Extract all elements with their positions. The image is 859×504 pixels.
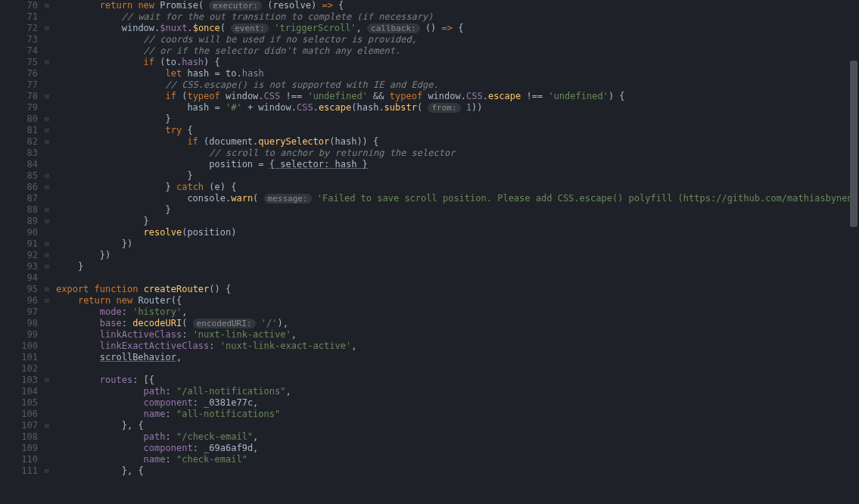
fold-marker[interactable]: ⊟ — [41, 57, 53, 68]
token-kw: catch — [176, 182, 204, 192]
vertical-scrollbar[interactable] — [850, 0, 857, 504]
fold-marker[interactable]: ⊟ — [41, 261, 53, 272]
line-number-gutter[interactable]: 7071727374757677787980818283848586878889… — [0, 0, 41, 504]
line-number: 70 — [0, 0, 41, 11]
code-line[interactable]: // or if the selector didn't match any e… — [56, 45, 859, 57]
fold-marker[interactable]: ⊟ — [41, 23, 53, 34]
fold-marker[interactable]: ⊟ — [41, 0, 53, 11]
token-kw: function — [95, 284, 138, 294]
code-content[interactable]: return new Promise( executor: (resolve) … — [53, 0, 859, 504]
token-kw: if — [166, 91, 176, 101]
code-line[interactable]: // scroll to anchor by returning the sel… — [56, 148, 859, 159]
code-line[interactable]: scrollBehavior, — [56, 352, 859, 363]
fold-marker[interactable]: ⊟ — [41, 238, 53, 250]
code-line[interactable]: mode: 'history', — [56, 306, 859, 318]
token-str: 'history' — [132, 306, 182, 317]
code-line[interactable]: }) — [56, 250, 859, 261]
token-kw: return — [78, 295, 110, 306]
code-line[interactable]: return new Router({ — [56, 295, 859, 306]
fold-marker[interactable]: ⊟ — [41, 170, 53, 182]
token-cmt: // wait for the out transition to comple… — [122, 11, 434, 22]
code-line[interactable]: } — [56, 204, 859, 216]
code-line[interactable]: export function createRouter() { — [56, 284, 859, 295]
token-id: hash — [187, 68, 209, 79]
code-line[interactable]: } — [56, 261, 859, 272]
token-op: . — [483, 91, 488, 101]
code-line[interactable]: }, { — [56, 465, 859, 477]
fold-marker[interactable]: ⊟ — [41, 204, 53, 216]
token-kw: new — [117, 295, 133, 306]
code-line[interactable]: path: "/all-notifications", — [56, 386, 859, 397]
token-op: : — [166, 409, 176, 419]
fold-marker[interactable]: ⊟ — [41, 284, 53, 295]
code-line[interactable]: position = { selector: hash } — [56, 159, 859, 170]
line-number: 91 — [0, 238, 41, 250]
code-line[interactable]: return new Promise( executor: (resolve) … — [56, 0, 859, 11]
code-line[interactable] — [56, 363, 859, 375]
token-op: && — [368, 91, 390, 101]
code-line[interactable]: name: "check-email" — [56, 454, 859, 465]
scrollbar-thumb[interactable] — [850, 61, 857, 227]
code-line[interactable]: } — [56, 114, 859, 125]
code-line[interactable]: } catch (e) { — [56, 182, 859, 193]
token-op: , — [351, 341, 356, 351]
token-op: )) — [472, 102, 482, 113]
token-id: to — [226, 68, 236, 79]
fold-marker[interactable]: ⊟ — [41, 250, 53, 261]
fold-marker[interactable]: ⊟ — [41, 182, 53, 193]
fold-marker[interactable]: ⊟ — [41, 136, 53, 148]
code-line[interactable]: // coords will be used if no selector is… — [56, 34, 859, 45]
token-fn: querySelector — [258, 136, 329, 147]
fold-marker[interactable]: ⊟ — [41, 125, 53, 136]
fold-marker[interactable]: ⊟ — [41, 91, 53, 102]
fold-marker[interactable]: ⊟ — [41, 420, 53, 431]
code-line[interactable]: routes: [{ — [56, 375, 859, 386]
code-line[interactable]: try { — [56, 125, 859, 136]
token-kw: typeof — [390, 91, 422, 101]
token-op: ( — [204, 182, 214, 192]
line-number: 103 — [0, 375, 41, 386]
code-line[interactable]: if (typeof window.CSS !== 'undefined' &&… — [56, 91, 859, 102]
code-line[interactable]: resolve(position) — [56, 227, 859, 238]
code-line[interactable]: } — [56, 170, 859, 182]
code-line[interactable]: let hash = to.hash — [56, 68, 859, 79]
token-kw: typeof — [187, 91, 219, 101]
code-line[interactable]: component: _0381e77c, — [56, 397, 859, 409]
token-op — [256, 318, 261, 328]
code-line[interactable]: linkActiveClass: 'nuxt-link-active', — [56, 329, 859, 341]
token-num: 1 — [466, 102, 472, 113]
code-line[interactable]: if (document.querySelector(hash)) { — [56, 136, 859, 148]
code-line[interactable]: // wait for the out transition to comple… — [56, 11, 859, 23]
token-op: + — [242, 102, 259, 113]
token-op: ) { — [220, 182, 237, 192]
token-op — [220, 91, 226, 101]
code-line[interactable]: }, { — [56, 420, 859, 431]
code-line[interactable] — [56, 272, 859, 284]
token-op: : — [166, 386, 176, 397]
fold-marker[interactable]: ⊟ — [41, 465, 53, 477]
code-line[interactable]: }) — [56, 238, 859, 250]
code-line[interactable]: window.$nuxt.$once( event: 'triggerScrol… — [56, 23, 859, 34]
code-line[interactable]: name: "all-notifications" — [56, 409, 859, 420]
code-line[interactable]: component: _69a6af9d, — [56, 443, 859, 454]
fold-marker[interactable]: ⊟ — [41, 375, 53, 386]
line-number: 111 — [0, 465, 41, 477]
code-line[interactable]: if (to.hash) { — [56, 57, 859, 68]
code-line[interactable]: console.warn( message: 'Failed to save s… — [56, 193, 859, 204]
code-line[interactable]: hash = '#' + window.CSS.escape(hash.subs… — [56, 102, 859, 114]
code-line[interactable]: // CSS.escape() is not supported with IE… — [56, 79, 859, 91]
token-id: console — [187, 193, 226, 204]
token-cmt: // CSS.escape() is not supported with IE… — [166, 79, 439, 90]
token-id: _69a6af9d — [204, 443, 253, 453]
code-line[interactable]: } — [56, 216, 859, 227]
code-line[interactable]: path: "/check-email", — [56, 431, 859, 443]
fold-marker[interactable]: ⊟ — [41, 295, 53, 306]
fold-gutter[interactable]: ⊟⊟⊟⊟⊟⊟⊟⊟⊟⊟⊟⊟⊟⊟⊟⊟⊟⊟⊟ — [41, 0, 53, 504]
code-editor[interactable]: 7071727374757677787980818283848586878889… — [0, 0, 859, 504]
code-line[interactable]: base: decodeURI( encodedURI: '/'), — [56, 318, 859, 329]
fold-marker[interactable]: ⊟ — [41, 216, 53, 227]
token-prop: component — [144, 443, 193, 453]
code-line[interactable]: linkExactActiveClass: 'nuxt-link-exact-a… — [56, 341, 859, 352]
fold-marker[interactable]: ⊟ — [41, 114, 53, 125]
fold-marker — [41, 443, 53, 454]
